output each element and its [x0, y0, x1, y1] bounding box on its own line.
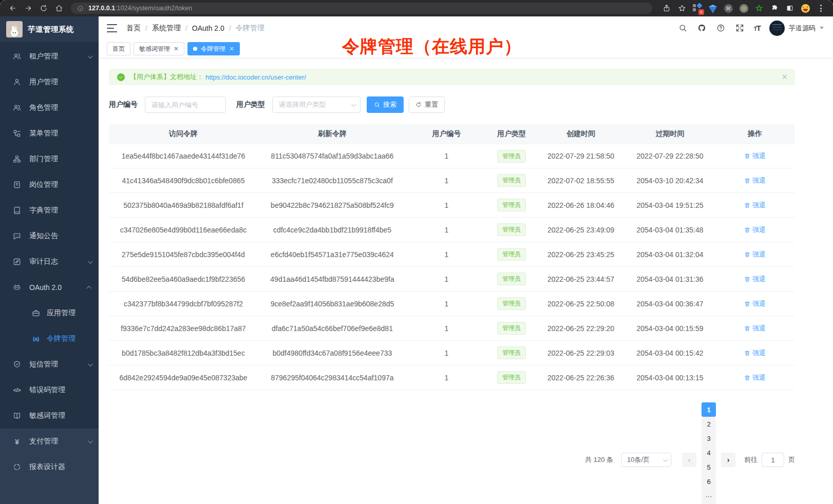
force-logout-button[interactable]: 强退 — [744, 201, 766, 210]
green-star-extension-icon[interactable] — [752, 2, 766, 14]
sidebar-item-用户管理[interactable]: 用户管理 — [0, 69, 99, 95]
sidebar-item-角色管理[interactable]: 角色管理 — [0, 95, 99, 121]
table-row: f9336e7c7dd242a283ee98dc86b17a87dfa6c71a… — [109, 316, 795, 341]
page-button-6[interactable]: 6 — [702, 474, 716, 489]
column-header: 操作 — [715, 129, 795, 139]
more-pages-button[interactable]: ··· — [702, 489, 716, 503]
force-logout-button[interactable]: 强退 — [744, 225, 766, 235]
tab-label: 首页 — [112, 45, 125, 53]
designer-icon — [12, 462, 22, 472]
breadcrumb-item[interactable]: OAuth 2.0 — [192, 24, 224, 32]
sidebar-item-部门管理[interactable]: 部门管理 — [0, 146, 99, 172]
tab-close-icon[interactable]: ✕ — [229, 46, 234, 52]
column-header: 用户类型 — [486, 129, 537, 139]
tab-label: 令牌管理 — [201, 45, 225, 53]
force-logout-button[interactable]: 强退 — [744, 324, 766, 333]
extension-badge: 9 — [698, 9, 704, 15]
sidebar-item-令牌管理[interactable]: (a)令牌管理 — [0, 326, 99, 352]
page-button-1[interactable]: 1 — [702, 402, 716, 417]
tab-close-icon[interactable]: ✕ — [174, 46, 179, 52]
search-icon[interactable] — [678, 23, 688, 33]
url-bar[interactable]: 127.0.0.1:1024/system/oauth2/token — [71, 3, 652, 14]
force-logout-button[interactable]: 强退 — [744, 250, 766, 259]
sidebar-item-租户管理[interactable]: 租户管理 — [0, 44, 99, 69]
tab-首页[interactable]: 首页 — [107, 42, 130, 55]
fullscreen-icon[interactable] — [735, 23, 745, 33]
create-time-cell: 2022-06-25 22:29:20 — [537, 324, 625, 333]
github-icon[interactable] — [697, 23, 707, 33]
user-id-input[interactable] — [145, 96, 226, 113]
reload-icon[interactable] — [36, 2, 51, 14]
force-logout-button[interactable]: 强退 — [744, 275, 766, 284]
sidebar-item-报表设计器[interactable]: 报表设计器 — [0, 454, 99, 480]
refresh-token-cell: 8796295f04064c2983414cc54af1097a — [258, 374, 407, 382]
user-type-select[interactable]: 请选择用户类型 — [272, 96, 361, 113]
sidebar-item-菜单管理[interactable]: 菜单管理 — [0, 121, 99, 146]
sidebar-item-label: 租户管理 — [29, 52, 58, 61]
tab-敏感词管理[interactable]: 敏感词管理✕ — [134, 42, 184, 55]
help-icon[interactable] — [716, 23, 726, 33]
sidebar-item-短信管理[interactable]: 短信管理 — [0, 352, 99, 377]
forward-icon[interactable] — [21, 2, 36, 14]
screen: 127.0.0.1:1024/system/oauth2/token 9 ⌘ — [0, 0, 833, 504]
search-button[interactable]: 搜索 — [367, 96, 404, 113]
back-icon[interactable] — [5, 2, 21, 14]
sidebar-item-岗位管理[interactable]: 岗位管理 — [0, 172, 99, 198]
tab-令牌管理[interactable]: 令牌管理✕ — [187, 42, 240, 55]
access-token-cell: c347026e805e4d99b0d116eae66eda8c — [109, 226, 258, 234]
sidebar-item-敏感词管理[interactable]: 敏感词管理 — [0, 403, 99, 429]
force-logout-button[interactable]: 强退 — [744, 373, 766, 382]
breadcrumb-item[interactable]: 系统管理 — [152, 24, 181, 33]
sidebar-item-支付管理[interactable]: ¥支付管理 — [0, 429, 99, 454]
sidebar-item-错误码管理[interactable]: </>错误码管理 — [0, 377, 99, 403]
force-logout-button[interactable]: 强退 — [744, 348, 766, 358]
page-size-select[interactable]: 10条/页 — [621, 453, 671, 467]
sidebar-item-应用管理[interactable]: 应用管理 — [0, 300, 99, 326]
banner-link[interactable]: https://doc.iocoder.cn/user-center/ — [205, 73, 306, 81]
expire-time-cell: 2054-03-04 00:13:15 — [625, 374, 715, 382]
profile-avatar-icon[interactable] — [798, 2, 812, 14]
sidebar-item-通知公告[interactable]: 通知公告 — [0, 223, 99, 249]
banner-text: 【用户体系】文档地址： — [130, 72, 203, 82]
breadcrumb-separator: / — [229, 24, 231, 32]
prev-page-button[interactable]: ‹ — [682, 453, 696, 467]
command-extension-icon[interactable]: ⌘ — [721, 2, 735, 14]
annotation-text: 令牌管理（在线用户） — [342, 35, 522, 59]
banner-close-icon[interactable]: ✕ — [781, 72, 788, 82]
table-row: 54d6be82ee5a460a9aedc1f9bf22365649d1aa46… — [109, 267, 795, 292]
page-button-5[interactable]: 5 — [702, 460, 716, 474]
record-extension-icon[interactable] — [736, 2, 751, 14]
sidebar-item-字典管理[interactable]: 字典管理 — [0, 198, 99, 223]
font-size-icon[interactable]: TT — [754, 24, 761, 32]
table-row: c347026e805e4d99b0d116eae66eda8ccdfc4ce9… — [109, 218, 795, 242]
goto-page-input[interactable] — [762, 453, 784, 467]
force-logout-button[interactable]: 强退 — [744, 176, 766, 185]
bookmark-star-icon[interactable] — [675, 2, 689, 14]
home-icon[interactable] — [51, 2, 67, 14]
create-time-cell: 2022-07-29 21:58:50 — [537, 152, 625, 160]
force-logout-button[interactable]: 强退 — [744, 299, 766, 308]
reset-button[interactable]: 重置 — [409, 96, 445, 113]
peoples-icon — [12, 52, 22, 61]
breadcrumb-item[interactable]: 首页 — [126, 24, 141, 33]
side-panel-icon[interactable] — [783, 2, 797, 14]
sidebar-item-OAuth 2.0[interactable]: OAuth 2.0 — [0, 275, 99, 300]
extensions-puzzle-icon[interactable] — [767, 2, 782, 14]
app-logo[interactable]: 芋道管理系统 — [0, 16, 99, 42]
collapse-sidebar-icon[interactable] — [107, 24, 117, 32]
share-icon[interactable] — [659, 2, 674, 14]
browser-menu-icon[interactable] — [813, 2, 828, 14]
page-button-2[interactable]: 2 — [702, 417, 716, 431]
extension-tabs-icon[interactable]: 9 — [690, 2, 705, 14]
next-page-button[interactable]: › — [721, 453, 735, 467]
user-menu[interactable]: 芋道源码 — [769, 21, 824, 36]
gem-extension-icon[interactable] — [706, 2, 720, 14]
page-button-4[interactable]: 4 — [702, 445, 716, 460]
book-icon — [12, 411, 22, 420]
page-button-3[interactable]: 3 — [702, 431, 716, 445]
caret-down-icon — [820, 27, 824, 29]
user-id-cell: 1 — [407, 201, 486, 209]
sidebar-item-审计日志[interactable]: 审计日志 — [0, 249, 99, 275]
user-id-cell: 1 — [407, 324, 486, 333]
force-logout-button[interactable]: 强退 — [744, 151, 766, 161]
